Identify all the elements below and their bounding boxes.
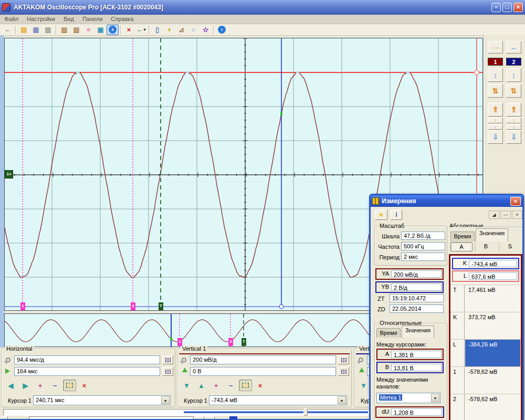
abs-source-button-B[interactable]: B — [475, 242, 497, 251]
l-field[interactable]: 637,6 мВ — [469, 272, 517, 280]
ch2-step-down-button[interactable]: ↓ — [506, 124, 521, 130]
ch1-step-up-button[interactable]: ↑ — [488, 118, 503, 123]
abs-tab-Значения[interactable]: Значения — [476, 228, 508, 242]
panels-icon[interactable]: ▯ — [151, 25, 163, 35]
zoom-out-icon[interactable]: − — [224, 380, 237, 391]
scroll-up-icon[interactable]: ▲ — [195, 380, 208, 391]
cursor-flag-2[interactable]: 2 — [131, 302, 135, 310]
time-offset-field[interactable]: 164 мкс — [14, 367, 160, 376]
dialog-minimize-button[interactable]: — — [500, 211, 511, 219]
zt-field[interactable]: 15:19:10.472 — [390, 294, 444, 302]
ch1-compress-vertical-button[interactable]: ⇅ — [488, 84, 503, 98]
tab-Время[interactable]: Время — [376, 328, 401, 338]
overview-flag-T[interactable]: T — [242, 338, 246, 346]
volt-offset-keypad-button[interactable] — [338, 367, 349, 376]
screen-capture-icon[interactable]: ▣ — [94, 25, 107, 35]
close-button[interactable]: × — [513, 3, 523, 12]
add-marker-icon[interactable]: ←▾ — [135, 25, 147, 35]
overview-flag-1[interactable]: 1 — [177, 338, 182, 346]
ch2-compress-vertical-button[interactable]: ⇅ — [506, 84, 521, 98]
wizard-icon[interactable]: ☆ — [200, 25, 212, 35]
v1-cursor1-dropdown-button[interactable]: ▼ — [338, 396, 346, 404]
ch1-step-down-button[interactable]: ↓ — [488, 124, 503, 130]
pause-icon[interactable]: ‖ — [107, 25, 119, 35]
dropdown-arrow-icon[interactable]: ▾ — [143, 27, 145, 32]
h-cursor1-combo[interactable]: 240,71 мкс ▼ — [33, 395, 171, 405]
horizontal-position-slider[interactable] — [3, 409, 372, 416]
waveform-history-icon[interactable]: ≈ — [82, 25, 94, 35]
menu-Панели[interactable]: Панели — [78, 15, 107, 24]
volt-scale-field[interactable]: 200 мВ/д — [190, 355, 336, 364]
chastota-field[interactable]: 500 кГц — [401, 242, 445, 250]
title-bar[interactable]: AKTAKOM Oscilloscope Pro [АСК-3102 #0020… — [0, 0, 525, 15]
slider-grip[interactable] — [303, 409, 308, 416]
search-settings-icon[interactable]: ○ — [187, 25, 200, 35]
abs-table-row-L[interactable]: L-384,26 мВ — [451, 339, 520, 366]
zoom-in-icon[interactable]: + — [34, 380, 47, 391]
mark-select-combo[interactable]: Метка 1 ▼ — [376, 393, 440, 403]
ch2-move-up-button[interactable]: ⇑ — [506, 103, 521, 117]
zoom-in-icon[interactable]: + — [209, 380, 223, 391]
abs-table-row-1[interactable]: 1-578,62 мВ — [451, 366, 520, 394]
time-scale-keypad-button[interactable] — [162, 355, 173, 364]
dialog-title-bar[interactable]: Измерения × — [371, 195, 522, 207]
ch2-step-up-button[interactable]: ↑ — [506, 118, 521, 123]
dialog-close-button[interactable]: × — [510, 197, 521, 206]
shkala-field[interactable]: 47,2 Вб./д — [401, 232, 445, 240]
copy-graph-icon[interactable]: ▧ — [58, 25, 70, 35]
scroll-right-icon[interactable]: ▶ — [19, 380, 32, 391]
tab-Значения[interactable]: Значения — [402, 326, 434, 338]
cursor-handle-diamond[interactable] — [474, 69, 479, 75]
expand-horizontal-button[interactable]: ↔ — [506, 41, 521, 54]
abs-source-button-S[interactable]: S — [499, 242, 521, 251]
overview-flag-2[interactable]: 2 — [228, 338, 233, 346]
help-book-button[interactable]: i — [391, 209, 402, 220]
ch1-move-down-button[interactable]: ⇓ — [488, 130, 503, 144]
ch1-expand-vertical-button[interactable]: ↕ — [488, 68, 503, 82]
ch1-move-up-button[interactable]: ⇑ — [488, 103, 503, 117]
abs-tab-Время[interactable]: Время — [450, 232, 475, 242]
collapse-horizontal-button[interactable]: →← — [488, 41, 503, 54]
k-field[interactable]: -743,4 мВ — [469, 260, 517, 267]
cursor-flag-T[interactable]: T — [159, 302, 163, 310]
zoom-window-icon[interactable] — [239, 380, 252, 391]
abs-table-row-2[interactable]: 2-578,62 мВ — [451, 394, 520, 420]
cursor-b-field[interactable]: 13,81 В — [391, 364, 442, 371]
menu-Настройки[interactable]: Настройки — [23, 15, 59, 24]
zd-field[interactable]: 22.05.2014 — [390, 304, 444, 313]
menu-Файл[interactable]: Файл — [0, 15, 23, 24]
minimize-button[interactable]: − — [491, 3, 501, 12]
delete-marker-icon[interactable]: × — [123, 25, 135, 35]
menu-Справка[interactable]: Справка — [107, 15, 138, 24]
scroll-down-icon[interactable]: ▼ — [357, 380, 370, 391]
measurements-dialog[interactable]: Измерения × ★ i ◢ — × Масштаб Шкала 47,2… — [369, 194, 524, 420]
scroll-down-icon[interactable]: ▼ — [180, 380, 193, 391]
period-field[interactable]: 2 мкс — [401, 253, 445, 261]
v1-cursor1-combo[interactable]: -743,4 мВ ▼ — [209, 395, 347, 405]
info-icon[interactable]: i — [216, 25, 228, 35]
du-field[interactable]: 1,208 В — [391, 408, 442, 416]
abs-table-row-K[interactable]: K373,72 мВ — [451, 312, 520, 339]
cursor-a-field[interactable]: 1,381 В — [391, 351, 442, 358]
copy-data-icon[interactable]: ▨ — [70, 25, 82, 35]
channel1-ground-marker[interactable]: 1> — [5, 170, 13, 178]
maximize-button[interactable]: □ — [502, 3, 512, 12]
dialog-rollup-button[interactable]: ◢ — [489, 211, 499, 219]
mark-select-dropdown-button[interactable]: ▼ — [431, 394, 439, 402]
ya-field[interactable]: 200 мВ/д — [391, 270, 442, 278]
exit-icon[interactable]: ← — [2, 25, 14, 35]
open-folder-icon[interactable]: ▤ — [18, 25, 30, 35]
abs-source-button-A[interactable]: A — [450, 242, 472, 251]
save-icon[interactable]: ▦ — [30, 25, 42, 35]
favorites-button[interactable]: ★ — [375, 209, 387, 220]
ch2-move-down-button[interactable]: ⇓ — [506, 130, 521, 144]
dialog-x-button[interactable]: × — [512, 211, 522, 219]
abs-table-row-T[interactable]: T17,461 мВ — [451, 285, 520, 312]
ch2-expand-vertical-button[interactable]: ↕ — [506, 68, 521, 82]
cancel-zoom-icon[interactable]: × — [254, 380, 267, 391]
cursor-flag-1[interactable]: 1 — [20, 302, 25, 310]
volt-scale-keypad-button[interactable] — [338, 355, 349, 364]
print-icon[interactable]: ▥ — [42, 25, 54, 35]
cancel-zoom-icon[interactable]: × — [78, 380, 91, 391]
active-cursor-handle[interactable] — [279, 304, 284, 309]
